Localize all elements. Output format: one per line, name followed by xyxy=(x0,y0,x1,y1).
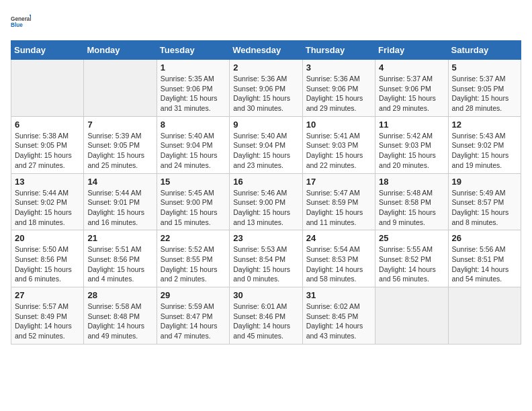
day-info: Sunrise: 5:40 AMSunset: 9:04 PMDaylight:… xyxy=(161,131,226,171)
day-info: Sunrise: 6:02 AMSunset: 8:45 PMDaylight:… xyxy=(306,302,371,341)
calendar-week-2: 6Sunrise: 5:38 AMSunset: 9:05 PMDaylight… xyxy=(11,116,521,173)
calendar-cell: 19Sunrise: 5:49 AMSunset: 8:57 PMDayligh… xyxy=(448,173,521,230)
day-number: 7 xyxy=(87,120,152,130)
calendar-cell: 12Sunrise: 5:43 AMSunset: 9:02 PMDayligh… xyxy=(448,116,521,173)
calendar-cell: 13Sunrise: 5:44 AMSunset: 9:02 PMDayligh… xyxy=(11,173,84,230)
day-info: Sunrise: 5:38 AMSunset: 9:05 PMDaylight:… xyxy=(15,131,80,171)
day-number: 5 xyxy=(452,62,517,73)
weekday-thursday: Thursday xyxy=(302,41,375,60)
day-number: 16 xyxy=(233,177,298,187)
day-info: Sunrise: 5:43 AMSunset: 9:02 PMDaylight:… xyxy=(452,131,517,171)
calendar-cell: 26Sunrise: 5:56 AMSunset: 8:51 PMDayligh… xyxy=(448,230,521,287)
calendar-week-4: 20Sunrise: 5:50 AMSunset: 8:56 PMDayligh… xyxy=(11,230,521,287)
calendar-cell xyxy=(11,60,84,117)
day-info: Sunrise: 5:42 AMSunset: 9:03 PMDaylight:… xyxy=(379,131,444,171)
calendar-cell: 5Sunrise: 5:37 AMSunset: 9:05 PMDaylight… xyxy=(448,60,521,117)
day-info: Sunrise: 5:36 AMSunset: 9:06 PMDaylight:… xyxy=(233,74,298,113)
day-info: Sunrise: 5:35 AMSunset: 9:06 PMDaylight:… xyxy=(161,74,226,113)
weekday-monday: Monday xyxy=(84,41,157,60)
day-number: 21 xyxy=(87,233,152,243)
calendar-week-3: 13Sunrise: 5:44 AMSunset: 9:02 PMDayligh… xyxy=(11,173,521,230)
day-number: 15 xyxy=(161,177,226,187)
calendar-cell: 17Sunrise: 5:47 AMSunset: 8:59 PMDayligh… xyxy=(302,173,375,230)
calendar-cell: 24Sunrise: 5:54 AMSunset: 8:53 PMDayligh… xyxy=(302,230,375,287)
day-info: Sunrise: 5:44 AMSunset: 9:02 PMDaylight:… xyxy=(15,188,80,228)
calendar-cell: 31Sunrise: 6:02 AMSunset: 8:45 PMDayligh… xyxy=(302,287,375,345)
calendar-table: SundayMondayTuesdayWednesdayThursdayFrid… xyxy=(11,40,521,345)
calendar-cell: 2Sunrise: 5:36 AMSunset: 9:06 PMDaylight… xyxy=(230,60,302,117)
day-number: 19 xyxy=(452,177,517,187)
day-number: 9 xyxy=(233,120,298,130)
day-number: 29 xyxy=(161,290,226,300)
calendar-cell xyxy=(448,287,521,345)
calendar-cell: 16Sunrise: 5:46 AMSunset: 9:00 PMDayligh… xyxy=(230,173,302,230)
day-number: 30 xyxy=(233,290,298,300)
calendar-cell: 6Sunrise: 5:38 AMSunset: 9:05 PMDaylight… xyxy=(11,116,84,173)
day-info: Sunrise: 5:39 AMSunset: 9:05 PMDaylight:… xyxy=(87,131,152,171)
day-number: 4 xyxy=(379,62,444,73)
day-number: 2 xyxy=(233,62,298,73)
day-number: 1 xyxy=(161,62,226,73)
calendar-body: 1Sunrise: 5:35 AMSunset: 9:06 PMDaylight… xyxy=(11,60,521,345)
calendar-cell: 9Sunrise: 5:40 AMSunset: 9:04 PMDaylight… xyxy=(230,116,302,173)
day-number: 27 xyxy=(15,290,80,300)
svg-text:General: General xyxy=(11,16,31,22)
logo: General Blue xyxy=(11,11,31,35)
day-number: 10 xyxy=(306,120,371,130)
day-info: Sunrise: 5:49 AMSunset: 8:57 PMDaylight:… xyxy=(452,188,517,228)
day-info: Sunrise: 5:36 AMSunset: 9:06 PMDaylight:… xyxy=(306,74,371,113)
calendar-cell: 14Sunrise: 5:44 AMSunset: 9:01 PMDayligh… xyxy=(84,173,157,230)
calendar-cell: 4Sunrise: 5:37 AMSunset: 9:06 PMDaylight… xyxy=(375,60,448,117)
calendar-cell: 8Sunrise: 5:40 AMSunset: 9:04 PMDaylight… xyxy=(157,116,229,173)
weekday-tuesday: Tuesday xyxy=(157,41,229,60)
calendar-cell: 3Sunrise: 5:36 AMSunset: 9:06 PMDaylight… xyxy=(302,60,375,117)
calendar-cell: 22Sunrise: 5:52 AMSunset: 8:55 PMDayligh… xyxy=(157,230,229,287)
page-header: General Blue xyxy=(11,11,521,35)
day-info: Sunrise: 5:57 AMSunset: 8:49 PMDaylight:… xyxy=(15,302,80,341)
calendar-cell: 23Sunrise: 5:53 AMSunset: 8:54 PMDayligh… xyxy=(230,230,302,287)
calendar-cell: 18Sunrise: 5:48 AMSunset: 8:58 PMDayligh… xyxy=(375,173,448,230)
weekday-friday: Friday xyxy=(375,41,448,60)
calendar-cell: 27Sunrise: 5:57 AMSunset: 8:49 PMDayligh… xyxy=(11,287,84,345)
calendar-cell: 11Sunrise: 5:42 AMSunset: 9:03 PMDayligh… xyxy=(375,116,448,173)
calendar-cell xyxy=(84,60,157,117)
day-info: Sunrise: 5:46 AMSunset: 9:00 PMDaylight:… xyxy=(233,188,298,228)
calendar-cell: 28Sunrise: 5:58 AMSunset: 8:48 PMDayligh… xyxy=(84,287,157,345)
weekday-header-row: SundayMondayTuesdayWednesdayThursdayFrid… xyxy=(11,41,521,60)
day-info: Sunrise: 5:51 AMSunset: 8:56 PMDaylight:… xyxy=(87,244,152,284)
day-info: Sunrise: 5:41 AMSunset: 9:03 PMDaylight:… xyxy=(306,131,371,171)
day-info: Sunrise: 5:50 AMSunset: 8:56 PMDaylight:… xyxy=(15,244,80,284)
day-number: 12 xyxy=(452,120,517,130)
day-number: 20 xyxy=(15,233,80,243)
day-info: Sunrise: 5:59 AMSunset: 8:47 PMDaylight:… xyxy=(161,302,226,341)
day-info: Sunrise: 5:52 AMSunset: 8:55 PMDaylight:… xyxy=(161,244,226,284)
day-info: Sunrise: 5:58 AMSunset: 8:48 PMDaylight:… xyxy=(87,302,152,341)
day-number: 28 xyxy=(87,290,152,300)
day-info: Sunrise: 5:56 AMSunset: 8:51 PMDaylight:… xyxy=(452,244,517,284)
day-number: 13 xyxy=(15,177,80,187)
calendar-cell xyxy=(375,287,448,345)
calendar-cell: 29Sunrise: 5:59 AMSunset: 8:47 PMDayligh… xyxy=(157,287,229,345)
weekday-saturday: Saturday xyxy=(448,41,521,60)
day-number: 31 xyxy=(306,290,371,300)
calendar-cell: 7Sunrise: 5:39 AMSunset: 9:05 PMDaylight… xyxy=(84,116,157,173)
day-number: 25 xyxy=(379,233,444,243)
svg-text:Blue: Blue xyxy=(11,22,23,28)
day-info: Sunrise: 5:40 AMSunset: 9:04 PMDaylight:… xyxy=(233,131,298,171)
day-info: Sunrise: 5:37 AMSunset: 9:05 PMDaylight:… xyxy=(452,74,517,113)
day-number: 18 xyxy=(379,177,444,187)
day-number: 6 xyxy=(15,120,80,130)
day-info: Sunrise: 5:48 AMSunset: 8:58 PMDaylight:… xyxy=(379,188,444,228)
day-info: Sunrise: 5:53 AMSunset: 8:54 PMDaylight:… xyxy=(233,244,298,284)
day-info: Sunrise: 6:01 AMSunset: 8:46 PMDaylight:… xyxy=(233,302,298,341)
day-number: 24 xyxy=(306,233,371,243)
day-number: 3 xyxy=(306,62,371,73)
calendar-cell: 10Sunrise: 5:41 AMSunset: 9:03 PMDayligh… xyxy=(302,116,375,173)
day-number: 11 xyxy=(379,120,444,130)
day-number: 14 xyxy=(87,177,152,187)
calendar-week-1: 1Sunrise: 5:35 AMSunset: 9:06 PMDaylight… xyxy=(11,60,521,117)
day-number: 22 xyxy=(161,233,226,243)
calendar-cell: 21Sunrise: 5:51 AMSunset: 8:56 PMDayligh… xyxy=(84,230,157,287)
logo-svg: General Blue xyxy=(11,11,31,35)
calendar-cell: 20Sunrise: 5:50 AMSunset: 8:56 PMDayligh… xyxy=(11,230,84,287)
